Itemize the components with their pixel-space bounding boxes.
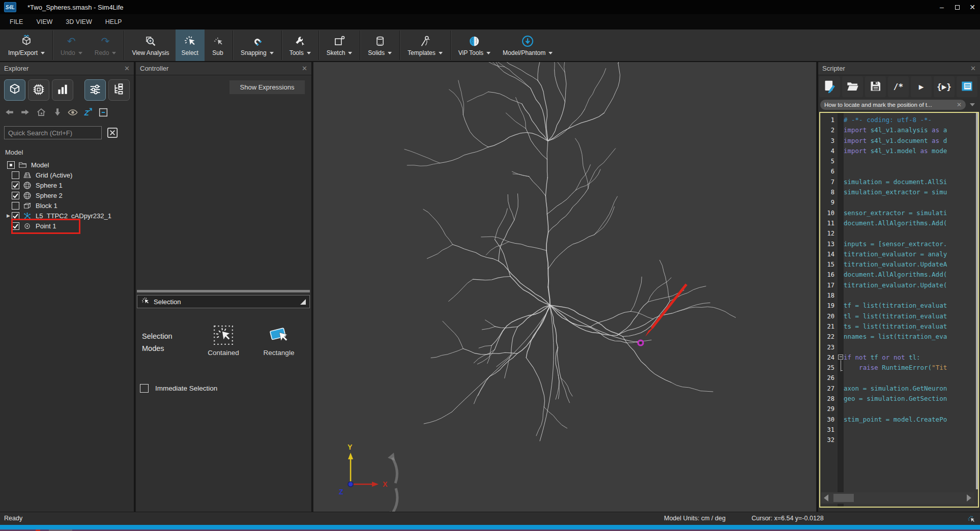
script-tab-close-icon[interactable]: ✕ [957, 101, 962, 108]
scripter-comment-button[interactable]: /* [888, 76, 909, 97]
toolbar-button-undo[interactable]: ↶ Undo [54, 29, 89, 61]
nav-home-button[interactable] [36, 107, 47, 118]
code-line[interactable]: nnames = list(titration_eva [844, 332, 974, 342]
scripter-save-script-button[interactable] [865, 76, 886, 97]
viewport-canvas[interactable]: Y X Z [313, 62, 816, 512]
nav-arrow-right-button[interactable] [19, 107, 31, 118]
explorer-sliders-button[interactable] [84, 79, 106, 101]
scripter-run-button[interactable]: ▶ [911, 76, 932, 97]
show-expressions-button[interactable]: Show Expressions [229, 80, 305, 94]
tree-item-grid-active[interactable]: Grid (Active) [0, 170, 134, 180]
code-line[interactable]: tf = list(titration_evaluat [844, 301, 974, 311]
code-text-area[interactable]: # -*- coding: utf-8 -*-import s4l_v1.ana… [844, 113, 974, 446]
toolbar-button-select[interactable]: Select [176, 29, 205, 61]
code-line[interactable]: axon = simulation.GetNeuron [844, 383, 974, 394]
stim-point-marker[interactable] [638, 340, 643, 345]
clear-search-button[interactable] [106, 126, 119, 139]
code-editor[interactable]: 1234567891011121314151617181920212223242… [819, 112, 979, 508]
nav-arrow-down-button[interactable] [52, 107, 63, 118]
nav-zlink-button[interactable]: Z [82, 107, 94, 118]
scripter-new-script-button[interactable] [819, 76, 840, 97]
toolbar-button-vip-tools[interactable]: ViP Tools [452, 29, 497, 61]
code-line[interactable] [844, 342, 974, 352]
code-line[interactable] [844, 166, 974, 176]
code-line[interactable] [844, 228, 974, 239]
dropdown-arrow-icon[interactable] [41, 52, 45, 54]
nav-eye-button[interactable] [67, 107, 78, 118]
immediate-selection-checkbox[interactable] [140, 384, 149, 393]
toolbar-button-snapping[interactable]: Snapping [235, 29, 280, 61]
scripter-run-braces-button[interactable]: {▶} [934, 76, 955, 97]
dropdown-arrow-icon[interactable] [549, 52, 553, 54]
code-line[interactable]: titration_evaluator = analy [844, 249, 974, 259]
maximize-button[interactable] [949, 0, 965, 14]
toolbar-button-solids[interactable]: Solids [362, 29, 398, 61]
checkbox-checked[interactable] [12, 192, 19, 199]
dropdown-arrow-icon[interactable] [348, 52, 352, 54]
code-line[interactable]: ts = list(titration_evaluat [844, 321, 974, 332]
code-line[interactable]: tl = list(titration_evaluat [844, 311, 974, 321]
dropdown-arrow-icon[interactable] [307, 52, 311, 54]
code-line[interactable] [844, 404, 974, 414]
selection-section-header[interactable]: Selection [137, 295, 310, 308]
explorer-treeview-button[interactable] [108, 79, 130, 101]
selection-mode-rectangle[interactable]: Rectangle [257, 324, 300, 357]
tree-item-sphere-1[interactable]: Sphere 1 [0, 180, 134, 190]
checkbox-partial[interactable] [7, 161, 15, 169]
dropdown-arrow-icon[interactable] [388, 52, 392, 54]
code-line[interactable]: if not tf or not tl: [844, 352, 974, 363]
scripter-open-script-button[interactable] [842, 76, 863, 97]
code-line[interactable]: simulation_extractor = simu [844, 187, 974, 197]
scripter-close-icon[interactable]: ✕ [970, 65, 976, 72]
code-line[interactable] [844, 197, 974, 208]
explorer-cube-view-button[interactable] [4, 79, 25, 101]
menu-3d-view[interactable]: 3D VIEW [59, 14, 98, 29]
menu-help[interactable]: HELP [99, 14, 129, 29]
dropdown-arrow-icon[interactable] [78, 52, 82, 54]
code-line[interactable] [844, 435, 974, 445]
dropdown-arrow-icon[interactable] [270, 52, 274, 54]
code-vertical-scrollbar[interactable] [976, 113, 978, 489]
nav-arrow-left-button[interactable] [4, 107, 15, 118]
code-line[interactable] [844, 373, 974, 383]
code-line[interactable]: simulation = document.AllSi [844, 177, 974, 187]
script-list-dropdown-icon[interactable] [970, 103, 975, 106]
explorer-chip-view-button[interactable] [28, 79, 49, 101]
toolbar-button-tools[interactable]: Tools [283, 29, 317, 61]
selection-mode-contained[interactable]: Contained [202, 324, 245, 357]
code-line[interactable]: import s4l_v1.model as mode [844, 146, 974, 156]
code-line[interactable]: # -*- coding: utf-8 -*- [844, 115, 974, 125]
dropdown-arrow-icon[interactable] [486, 52, 491, 54]
dropdown-arrow-icon[interactable] [112, 52, 116, 54]
checkbox-unchecked[interactable] [12, 202, 19, 210]
explorer-chart-view-button[interactable] [52, 79, 73, 101]
neuron-model[interactable] [405, 62, 736, 441]
code-line[interactable] [844, 425, 974, 435]
scripter-console-button[interactable] [957, 76, 977, 97]
expander-icon[interactable]: ▶ [7, 213, 12, 218]
viewport-3d[interactable]: Y X Z [313, 62, 816, 512]
scroll-right-arrow-icon[interactable] [967, 494, 971, 501]
code-fold-icon[interactable] [838, 355, 843, 360]
code-horizontal-scrollbar[interactable] [821, 492, 974, 504]
checkbox-unchecked[interactable] [12, 171, 19, 179]
code-line[interactable]: inputs = [sensor_extractor. [844, 239, 974, 249]
code-line[interactable]: document.AllAlgorithms.Add( [844, 270, 974, 280]
toolbar-button-sketch[interactable]: Sketch [321, 29, 359, 61]
toolbar-button-view-analysis[interactable]: View Analysis [126, 29, 175, 61]
explorer-close-icon[interactable]: ✕ [124, 65, 130, 72]
code-line[interactable]: raise RuntimeError("Tit [844, 363, 974, 373]
code-line[interactable] [844, 156, 974, 166]
code-line[interactable]: titration_evaluator.Update( [844, 280, 974, 290]
code-line[interactable]: import s4l_v1.document as d [844, 136, 974, 146]
controller-close-icon[interactable]: ✕ [302, 65, 307, 72]
immediate-selection-option[interactable]: Immediate Selection [140, 384, 217, 393]
script-tab[interactable]: How to locate and mark the position of t… [820, 100, 966, 110]
code-line[interactable]: import s4l_v1.analysis as a [844, 125, 974, 135]
code-line[interactable]: stim_point = model.CreatePo [844, 415, 974, 425]
tree-item-model[interactable]: Model [0, 160, 134, 170]
search-input[interactable] [4, 126, 102, 139]
tree-item-sphere-2[interactable]: Sphere 2 [0, 190, 134, 200]
code-line[interactable]: geo = simulation.GetSection [844, 394, 974, 404]
toolbar-button-sub[interactable]: Sub [205, 29, 231, 61]
